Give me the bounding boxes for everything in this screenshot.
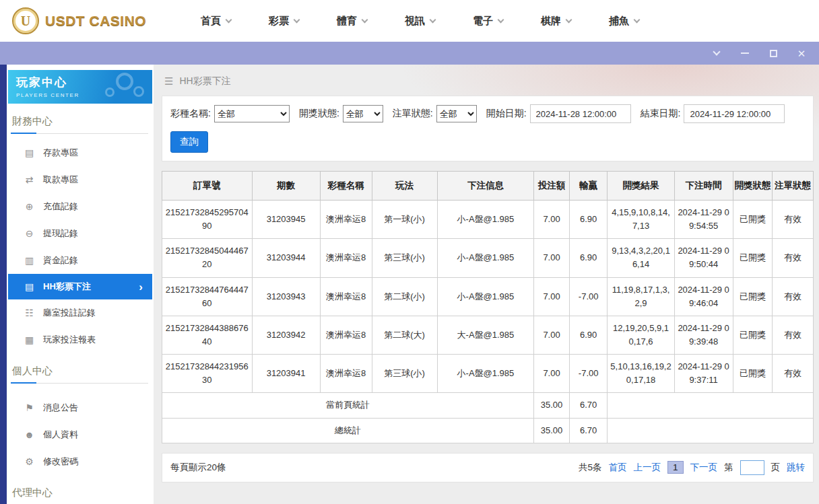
lottery-bets-icon: ▤ xyxy=(24,281,34,292)
cell-order-no: 2152173284476444760 xyxy=(162,277,253,316)
sidebar-item-profile[interactable]: ☻ 個人資料 xyxy=(8,421,152,448)
withdraw-icon: ⇄ xyxy=(24,174,34,185)
cell-draw-status: 已開獎 xyxy=(733,201,773,239)
cell-draw-status: 已開獎 xyxy=(733,355,773,393)
nav-item-fishing[interactable]: 捕魚 xyxy=(609,15,639,28)
bets-table-wrap: 訂單號 期數 彩種名稱 玩法 下注信息 投注額 輸贏 開獎結果 下注時間 開獎狀… xyxy=(162,171,814,443)
lottery-name-select[interactable]: 全部 xyxy=(214,105,290,122)
sidebar-item-withdrawal-records[interactable]: ⊖ 提現記錄 xyxy=(8,220,152,247)
main-content: ☰ HH彩票下注 彩種名稱: 全部 開獎狀態: 全部 xyxy=(154,65,819,504)
nav-item-sports[interactable]: 體育 xyxy=(337,15,367,28)
window-minimize-button[interactable] xyxy=(740,48,750,59)
personal-menu: ⚑ 消息公告 ☻ 個人資料 ⚙ 修改密碼 xyxy=(7,394,154,475)
window-maximize-button[interactable] xyxy=(768,48,779,59)
prev-page-link[interactable]: 上一页 xyxy=(633,462,661,474)
announcement-icon: ⚑ xyxy=(24,402,34,413)
sidebar-item-withdraw[interactable]: ⇄ 取款專區 xyxy=(8,166,152,193)
next-page-link[interactable]: 下一页 xyxy=(690,462,718,474)
profile-icon: ☻ xyxy=(24,429,34,440)
start-date-label: 開始日期: xyxy=(486,108,527,120)
filter-row: 彩種名稱: 全部 開獎狀態: 全部 注單狀態: 全 xyxy=(170,104,805,123)
section-finance-center: 財務中心 ▤ 存款專區 ⇄ 取款專區 ⊕ 充值記錄 xyxy=(7,113,154,353)
cell-period: 31203944 xyxy=(252,239,320,277)
nav-item-boardgames[interactable]: 棋牌 xyxy=(541,15,571,28)
start-date-input[interactable] xyxy=(530,104,631,123)
sidebar-item-funds-records[interactable]: ▥ 資金記錄 xyxy=(8,247,152,274)
cell-bet-time: 2024-11-29 09:39:48 xyxy=(674,316,733,354)
col-header-order-no: 訂單號 xyxy=(162,172,253,201)
cell-winloss: -7.00 xyxy=(569,355,608,393)
hamburger-menu-icon[interactable]: ☰ xyxy=(164,75,173,87)
jump-suffix-label: 页 xyxy=(771,462,781,474)
minimize-icon xyxy=(741,52,749,54)
page-total-label: 當前頁統計 xyxy=(162,393,534,418)
cell-bet-info: 小-A盤@1.985 xyxy=(437,277,534,316)
cell-lottery-name: 澳洲幸运8 xyxy=(320,201,372,239)
cell-bet-amount: 7.00 xyxy=(534,239,570,277)
order-status-select[interactable]: 全部 xyxy=(436,105,477,122)
window-dropdown-button[interactable] xyxy=(711,48,722,59)
section-personal-center: 個人中心 ⚑ 消息公告 ☻ 個人資料 ⚙ 修改密碼 xyxy=(7,363,154,475)
nav-label: 首頁 xyxy=(201,15,221,28)
table-row: 2152173284529570490 31203945 澳洲幸运8 第一球(小… xyxy=(162,201,814,239)
casino-player-center-page: U USDT CASINO 首頁 彩票 體育 視訊 電子 xyxy=(0,0,819,504)
grand-total-amount: 35.00 xyxy=(534,418,570,443)
cell-winloss: -7.00 xyxy=(569,277,608,316)
cell-order-status: 有效 xyxy=(773,316,814,354)
bets-table: 訂單號 期數 彩種名稱 玩法 下注信息 投注額 輸贏 開獎結果 下注時間 開獎狀… xyxy=(162,171,814,443)
sidebar-item-announcements[interactable]: ⚑ 消息公告 xyxy=(8,394,152,421)
nav-label: 視訊 xyxy=(405,15,425,28)
window-close-button[interactable]: ✕ xyxy=(796,48,807,59)
cell-bet-info: 大-A盤@1.985 xyxy=(437,316,534,354)
sidebar-item-bet-report[interactable]: ▦ 玩家投注報表 xyxy=(8,326,152,353)
sidebar-item-label: 個人資料 xyxy=(43,429,78,441)
close-icon: ✕ xyxy=(797,48,806,59)
section-title-personal: 個人中心 xyxy=(11,363,148,384)
cell-order-no: 2152173284438867640 xyxy=(162,316,253,354)
page-total-winloss: 6.70 xyxy=(569,393,608,418)
cell-period: 31203945 xyxy=(252,201,320,239)
sidebar-item-hh-lottery-bets[interactable]: ▤ HH彩票下注 › xyxy=(8,274,152,299)
order-status-label: 注單狀態: xyxy=(393,108,433,120)
cell-draw-result: 4,15,9,10,8,14,7,13 xyxy=(608,201,674,239)
chevron-down-icon xyxy=(566,16,572,23)
cell-lottery-name: 澳洲幸运8 xyxy=(320,316,372,354)
cell-winloss: 6.90 xyxy=(569,316,608,354)
first-page-link[interactable]: 首页 xyxy=(608,462,626,474)
page-total-empty xyxy=(608,393,814,418)
sidebar-item-recharge-records[interactable]: ⊕ 充值記錄 xyxy=(8,193,152,220)
nav-item-slots[interactable]: 電子 xyxy=(473,15,503,28)
nav-label: 電子 xyxy=(473,15,493,28)
nav-label: 彩票 xyxy=(269,15,289,28)
sidebar-item-label: HH彩票下注 xyxy=(43,281,91,293)
end-date-input[interactable] xyxy=(684,104,785,123)
accent-underline xyxy=(11,133,36,134)
nav-item-video[interactable]: 視訊 xyxy=(405,15,435,28)
grand-total-label: 總統計 xyxy=(162,418,534,443)
nav-item-home[interactable]: 首頁 xyxy=(201,15,231,28)
sidebar-item-change-password[interactable]: ⚙ 修改密碼 xyxy=(8,448,152,475)
sidebar-item-deposit[interactable]: ▤ 存款專區 xyxy=(8,139,152,166)
cell-period: 31203942 xyxy=(252,316,320,354)
sidebar-item-label: 取款專區 xyxy=(43,174,78,186)
sidebar: 玩家中心 PLAYERS CENTER 財務中心 ▤ 存款專區 ⇄ xyxy=(7,65,154,504)
cell-order-no: 2152173284504446720 xyxy=(162,239,253,277)
cell-order-status: 有效 xyxy=(773,277,814,316)
jump-button[interactable]: 跳转 xyxy=(787,462,805,474)
cell-winloss: 6.90 xyxy=(569,201,608,239)
grand-total-row: 總統計 35.00 6.70 xyxy=(162,418,814,443)
draw-status-label: 開獎狀態: xyxy=(299,108,339,120)
cell-bet-info: 小-A盤@1.985 xyxy=(437,355,534,393)
deposit-icon: ▤ xyxy=(24,147,34,158)
jump-prefix-label: 第 xyxy=(724,462,733,474)
sidebar-item-hall-bet-records[interactable]: ☷ 廳室投註記錄 xyxy=(8,299,152,326)
brand: U USDT CASINO xyxy=(12,7,172,34)
cell-order-status: 有效 xyxy=(773,201,814,239)
draw-status-select[interactable]: 全部 xyxy=(343,105,383,122)
search-button[interactable]: 查詢 xyxy=(170,131,208,153)
nav-item-lottery[interactable]: 彩票 xyxy=(269,15,299,28)
breadcrumb: ☰ HH彩票下注 xyxy=(162,70,814,93)
hall-bets-icon: ☷ xyxy=(24,308,34,318)
page-jump-input[interactable] xyxy=(740,460,764,475)
password-gear-icon: ⚙ xyxy=(24,456,34,467)
